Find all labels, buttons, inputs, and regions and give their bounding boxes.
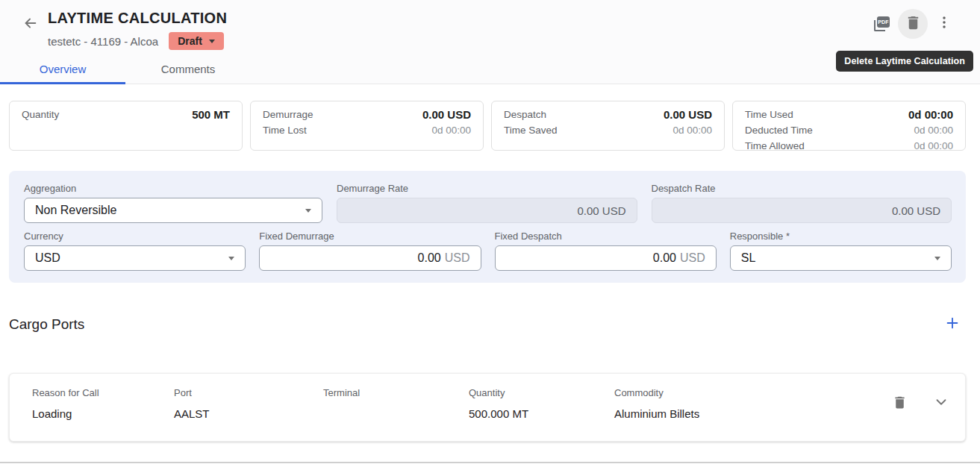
- deducted-time-value: 0d 00:00: [914, 122, 953, 138]
- time-saved-value: 0d 00:00: [672, 122, 712, 138]
- commodity-cell: Commodity Aluminium Billets: [614, 387, 886, 420]
- quantity-header: Quantity: [469, 387, 614, 398]
- responsible-value: SL: [741, 251, 756, 265]
- aggregation-select[interactable]: Non Reversible: [24, 198, 322, 223]
- port-cell: Port AALST: [174, 387, 323, 420]
- delete-button[interactable]: [898, 9, 928, 39]
- plus-icon: [944, 315, 961, 334]
- aggregation-label: Aggregation: [24, 183, 322, 194]
- despatch-label: Despatch: [504, 107, 546, 122]
- demurrage-rate-field: Demurrage Rate 0.00 USD: [337, 183, 637, 223]
- currency-value: USD: [35, 251, 60, 265]
- fixed-demurrage-input[interactable]: 0.00 USD: [259, 245, 481, 271]
- demurrage-value: 0.00 USD: [422, 107, 471, 122]
- export-pdf-button[interactable]: PDF: [867, 9, 896, 39]
- page-title: LAYTIME CALCULATION: [48, 9, 227, 27]
- page-subtitle: testetc - 41169 - Alcoa: [48, 35, 158, 48]
- cargo-ports-heading: Cargo Ports: [9, 316, 84, 333]
- reason-for-call-value: Loading: [32, 407, 174, 420]
- fixed-despatch-value: 0.00: [653, 251, 676, 265]
- time-used-card: Time Used 0d 00:00 Deducted Time 0d 00:0…: [732, 101, 966, 151]
- port-value: AALST: [174, 407, 323, 420]
- kebab-menu-icon: [936, 14, 952, 34]
- demurrage-rate-input: 0.00 USD: [337, 198, 637, 223]
- quantity-value: 500 MT: [192, 107, 230, 122]
- chevron-down-icon: [209, 40, 215, 43]
- tab-bar: Overview Comments: [0, 57, 980, 84]
- time-allowed-label: Time Allowed: [745, 138, 805, 154]
- currency-label: Currency: [24, 231, 246, 242]
- delete-tooltip: Delete Laytime Calculation: [836, 51, 973, 72]
- quantity-card: Quantity 500 MT: [9, 101, 243, 151]
- demurrage-rate-label: Demurrage Rate: [337, 183, 637, 194]
- time-saved-label: Time Saved: [504, 122, 558, 138]
- time-allowed-value: 0d 00:00: [914, 138, 953, 154]
- summary-cards-row: Quantity 500 MT Demurrage 0.00 USD Time …: [9, 101, 966, 151]
- currency-field: Currency USD: [24, 231, 246, 271]
- commodity-value: Aluminium Billets: [614, 407, 886, 420]
- row-delete-button[interactable]: [886, 390, 913, 417]
- time-used-label: Time Used: [745, 107, 793, 122]
- responsible-select[interactable]: SL: [730, 245, 952, 271]
- demurrage-card: Demurrage 0.00 USD Time Lost 0d 00:00: [250, 101, 484, 151]
- trash-icon: [905, 14, 922, 34]
- despatch-value: 0.00 USD: [664, 107, 712, 122]
- deducted-time-label: Deducted Time: [745, 122, 813, 138]
- fixed-despatch-unit: USD: [680, 251, 705, 265]
- terminal-cell: Terminal: [323, 387, 469, 420]
- trash-icon: [892, 395, 908, 413]
- page-header: LAYTIME CALCULATION testetc - 41169 - Al…: [0, 0, 980, 84]
- commodity-header: Commodity: [614, 387, 886, 398]
- fixed-despatch-field: Fixed Despatch 0.00 USD: [495, 231, 717, 271]
- terminal-header: Terminal: [323, 387, 469, 398]
- calculation-settings-section: Aggregation Non Reversible Demurrage Rat…: [9, 171, 966, 283]
- aggregation-value: Non Reversible: [35, 204, 116, 217]
- reason-for-call-header: Reason for Call: [32, 387, 174, 398]
- despatch-rate-value: 0.00 USD: [892, 204, 940, 217]
- demurrage-label: Demurrage: [263, 107, 313, 122]
- quantity-value: 500.000 MT: [469, 407, 614, 420]
- time-used-value: 0d 00:00: [908, 107, 953, 122]
- back-button[interactable]: [19, 13, 42, 36]
- fixed-demurrage-unit: USD: [445, 251, 470, 265]
- pdf-icon: PDF: [873, 15, 890, 33]
- chevron-down-icon: [933, 394, 949, 413]
- despatch-rate-input: 0.00 USD: [652, 198, 952, 223]
- row-expand-button[interactable]: [928, 390, 955, 417]
- time-lost-label: Time Lost: [263, 122, 307, 138]
- fixed-despatch-label: Fixed Despatch: [495, 231, 717, 242]
- currency-select[interactable]: USD: [24, 245, 246, 271]
- status-badge[interactable]: Draft: [169, 32, 224, 50]
- port-header: Port: [174, 387, 323, 398]
- fixed-demurrage-value: 0.00: [418, 251, 441, 265]
- aggregation-field: Aggregation Non Reversible: [24, 183, 322, 223]
- tab-overview[interactable]: Overview: [0, 57, 125, 84]
- fixed-demurrage-label: Fixed Demurrage: [259, 231, 481, 242]
- chevron-down-icon: [934, 257, 940, 260]
- chevron-down-icon: [305, 209, 311, 213]
- quantity-label: Quantity: [22, 107, 59, 122]
- status-label: Draft: [178, 35, 202, 47]
- despatch-card: Despatch 0.00 USD Time Saved 0d 00:00: [491, 101, 725, 151]
- arrow-left-icon: [22, 15, 39, 34]
- responsible-label: Responsible *: [730, 231, 952, 242]
- time-lost-value: 0d 00:00: [431, 122, 471, 138]
- more-options-button[interactable]: [929, 9, 959, 39]
- quantity-cell: Quantity 500.000 MT: [469, 387, 614, 420]
- fixed-despatch-input[interactable]: 0.00 USD: [495, 245, 717, 271]
- demurrage-rate-value: 0.00 USD: [577, 204, 625, 217]
- despatch-rate-field: Despatch Rate 0.00 USD: [652, 183, 952, 223]
- fixed-demurrage-field: Fixed Demurrage 0.00 USD: [259, 231, 481, 271]
- despatch-rate-label: Despatch Rate: [652, 183, 952, 194]
- reason-for-call-cell: Reason for Call Loading: [32, 387, 174, 420]
- cargo-port-row: Reason for Call Loading Port AALST Termi…: [9, 373, 966, 442]
- add-cargo-port-button[interactable]: [942, 314, 963, 335]
- responsible-field: Responsible * SL: [730, 231, 952, 271]
- tab-comments[interactable]: Comments: [125, 57, 251, 84]
- bottom-divider: [0, 462, 980, 463]
- chevron-down-icon: [228, 257, 234, 260]
